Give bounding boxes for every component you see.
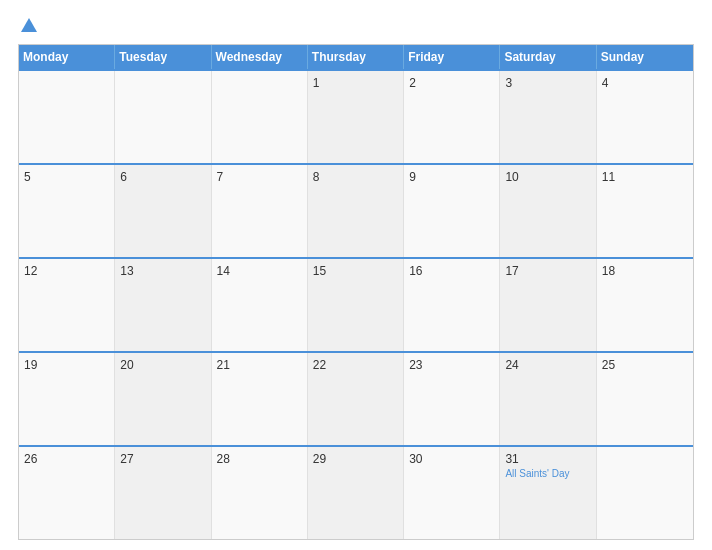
calendar-cell: 14	[212, 259, 308, 351]
calendar-cell: 19	[19, 353, 115, 445]
calendar-week-row: 19202122232425	[19, 351, 693, 445]
day-number: 11	[602, 170, 688, 184]
calendar-cell: 10	[500, 165, 596, 257]
calendar-week-row: 262728293031All Saints' Day	[19, 445, 693, 539]
day-number: 28	[217, 452, 302, 466]
day-number: 22	[313, 358, 398, 372]
calendar-cell: 30	[404, 447, 500, 539]
weekday-header: Thursday	[308, 45, 404, 69]
calendar-cell	[115, 71, 211, 163]
weekday-header: Tuesday	[115, 45, 211, 69]
weekday-header: Saturday	[500, 45, 596, 69]
calendar-cell: 7	[212, 165, 308, 257]
logo	[18, 18, 37, 34]
calendar-cell: 17	[500, 259, 596, 351]
calendar-cell: 8	[308, 165, 404, 257]
day-number: 16	[409, 264, 494, 278]
day-number: 12	[24, 264, 109, 278]
calendar-week-row: 1234	[19, 69, 693, 163]
calendar-cell: 31All Saints' Day	[500, 447, 596, 539]
day-number: 18	[602, 264, 688, 278]
calendar-cell: 21	[212, 353, 308, 445]
day-number: 8	[313, 170, 398, 184]
day-number: 23	[409, 358, 494, 372]
calendar-cell: 28	[212, 447, 308, 539]
calendar-cell	[597, 447, 693, 539]
day-number: 15	[313, 264, 398, 278]
calendar-header: MondayTuesdayWednesdayThursdayFridaySatu…	[19, 45, 693, 69]
calendar-cell: 4	[597, 71, 693, 163]
calendar-page: MondayTuesdayWednesdayThursdayFridaySatu…	[0, 0, 712, 550]
calendar-cell: 12	[19, 259, 115, 351]
day-number: 13	[120, 264, 205, 278]
day-number: 24	[505, 358, 590, 372]
calendar-cell: 3	[500, 71, 596, 163]
calendar-cell: 22	[308, 353, 404, 445]
day-number: 25	[602, 358, 688, 372]
logo-triangle-icon	[21, 18, 37, 32]
calendar-cell: 26	[19, 447, 115, 539]
day-number: 7	[217, 170, 302, 184]
weekday-header: Sunday	[597, 45, 693, 69]
day-number: 14	[217, 264, 302, 278]
calendar-cell: 11	[597, 165, 693, 257]
weekday-header: Friday	[404, 45, 500, 69]
calendar-cell: 18	[597, 259, 693, 351]
calendar-cell: 2	[404, 71, 500, 163]
calendar-cell: 24	[500, 353, 596, 445]
calendar-week-row: 567891011	[19, 163, 693, 257]
calendar-week-row: 12131415161718	[19, 257, 693, 351]
calendar-cell: 15	[308, 259, 404, 351]
calendar-body: 1234567891011121314151617181920212223242…	[19, 69, 693, 539]
day-number: 9	[409, 170, 494, 184]
day-number: 20	[120, 358, 205, 372]
calendar-cell: 6	[115, 165, 211, 257]
day-number: 27	[120, 452, 205, 466]
day-number: 5	[24, 170, 109, 184]
calendar-cell: 16	[404, 259, 500, 351]
day-number: 29	[313, 452, 398, 466]
weekday-header: Wednesday	[212, 45, 308, 69]
day-number: 26	[24, 452, 109, 466]
weekday-header: Monday	[19, 45, 115, 69]
holiday-label: All Saints' Day	[505, 468, 590, 480]
day-number: 31	[505, 452, 590, 466]
day-number: 17	[505, 264, 590, 278]
calendar-cell: 13	[115, 259, 211, 351]
day-number: 30	[409, 452, 494, 466]
calendar-cell: 27	[115, 447, 211, 539]
calendar-cell: 1	[308, 71, 404, 163]
page-header	[18, 18, 694, 34]
calendar-cell: 29	[308, 447, 404, 539]
day-number: 4	[602, 76, 688, 90]
calendar-grid: MondayTuesdayWednesdayThursdayFridaySatu…	[18, 44, 694, 540]
day-number: 6	[120, 170, 205, 184]
day-number: 3	[505, 76, 590, 90]
day-number: 21	[217, 358, 302, 372]
calendar-cell	[212, 71, 308, 163]
calendar-cell: 9	[404, 165, 500, 257]
day-number: 2	[409, 76, 494, 90]
day-number: 1	[313, 76, 398, 90]
day-number: 19	[24, 358, 109, 372]
calendar-cell: 5	[19, 165, 115, 257]
calendar-cell	[19, 71, 115, 163]
calendar-cell: 23	[404, 353, 500, 445]
day-number: 10	[505, 170, 590, 184]
calendar-cell: 25	[597, 353, 693, 445]
calendar-cell: 20	[115, 353, 211, 445]
